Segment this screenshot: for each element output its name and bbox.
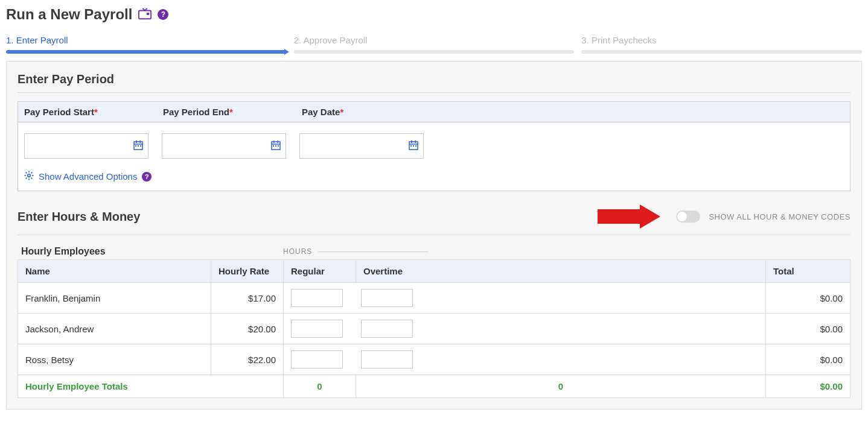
svg-rect-19 [415,141,416,143]
employee-rate: $17.00 [211,283,284,314]
pay-date-input[interactable] [299,133,424,159]
svg-rect-15 [278,145,279,147]
tv-icon[interactable] [138,8,152,22]
table-row: Ross, Betsy $22.00 $0.00 [18,344,850,375]
show-all-codes-toggle[interactable] [676,210,700,223]
show-advanced-options-link[interactable]: Show Advanced Options [39,171,137,182]
svg-rect-22 [415,145,416,147]
col-total: Total [766,260,850,283]
main-panel: Enter Pay Period Pay Period Start* Pay P… [6,61,862,410]
pay-period-end-input[interactable] [162,133,286,159]
pay-date-label: Pay Date* [302,107,441,117]
employee-name: Ross, Betsy [18,344,211,375]
overtime-hours-input[interactable] [361,289,413,307]
col-rate: Hourly Rate [211,260,284,283]
svg-rect-8 [140,145,141,147]
step-approve-payroll[interactable]: 2. Approve Payroll [294,35,575,54]
svg-rect-18 [411,141,412,143]
step-bar [581,50,862,54]
table-row: Jackson, Andrew $20.00 $0.00 [18,314,850,344]
svg-rect-1 [147,13,150,15]
regular-hours-input[interactable] [291,289,343,307]
employee-rate: $22.00 [211,344,284,375]
calendar-icon [133,141,143,152]
svg-rect-7 [138,145,139,147]
page-title: Run a New Payroll [6,6,132,23]
calendar-icon [409,141,418,152]
totals-row: Hourly Employee Totals 0 0 $0.00 [18,375,850,398]
pay-period-box: Pay Period Start* Pay Period End* Pay Da… [18,101,850,191]
totals-total: $0.00 [766,375,850,398]
regular-hours-input[interactable] [291,320,343,338]
svg-line-31 [31,172,33,174]
svg-rect-4 [136,141,137,143]
pay-period-heading: Enter Pay Period [18,72,850,93]
employee-name: Franklin, Benjamin [18,283,211,314]
pay-period-start-label: Pay Period Start* [24,107,163,117]
calendar-icon [271,141,281,152]
step-label: 3. Print Paychecks [581,35,862,50]
svg-rect-5 [140,141,141,143]
help-icon[interactable]: ? [158,9,168,20]
help-icon[interactable]: ? [142,172,152,182]
gear-icon [24,171,34,182]
step-label: 1. Enter Payroll [6,35,287,50]
employee-total: $0.00 [766,314,850,344]
employee-name: Jackson, Andrew [18,314,211,344]
pay-period-end-label: Pay Period End* [163,107,302,117]
hourly-employees-table: Name Hourly Rate Regular Overtime Total … [18,259,850,398]
col-regular: Regular [284,260,356,283]
overtime-hours-input[interactable] [361,320,413,338]
annotation-arrow [598,204,670,229]
totals-label: Hourly Employee Totals [18,375,284,398]
totals-regular: 0 [284,375,356,398]
table-row: Franklin, Benjamin $17.00 $0.00 [18,283,850,314]
svg-rect-11 [273,141,275,143]
svg-rect-14 [275,145,276,147]
step-label: 2. Approve Payroll [294,35,575,50]
svg-line-28 [26,172,27,174]
regular-hours-input[interactable] [291,350,343,369]
svg-rect-12 [278,141,279,143]
col-name: Name [18,260,211,283]
col-overtime: Overtime [356,260,766,283]
step-bar [294,50,575,54]
svg-rect-13 [273,145,274,147]
overtime-hours-input[interactable] [361,350,413,369]
employee-total: $0.00 [766,344,850,375]
step-enter-payroll[interactable]: 1. Enter Payroll [6,35,287,54]
svg-line-29 [31,178,33,179]
svg-line-30 [26,178,27,179]
pay-period-start-input[interactable] [24,133,148,159]
employee-rate: $20.00 [211,314,284,344]
hours-group-label: HOURS [283,247,428,256]
svg-rect-6 [135,145,136,147]
svg-rect-21 [413,145,414,147]
step-bar [6,50,287,54]
show-all-codes-label: SHOW ALL HOUR & MONEY CODES [709,212,850,221]
svg-rect-20 [410,145,412,147]
hours-money-heading: Enter Hours & Money [18,210,140,224]
employee-total: $0.00 [766,283,850,314]
hourly-employees-title: Hourly Employees [18,244,283,259]
wizard-steps: 1. Enter Payroll 2. Approve Payroll 3. P… [6,35,862,54]
totals-overtime: 0 [356,375,766,398]
step-print-paychecks[interactable]: 3. Print Paychecks [581,35,862,54]
svg-point-23 [28,174,31,177]
